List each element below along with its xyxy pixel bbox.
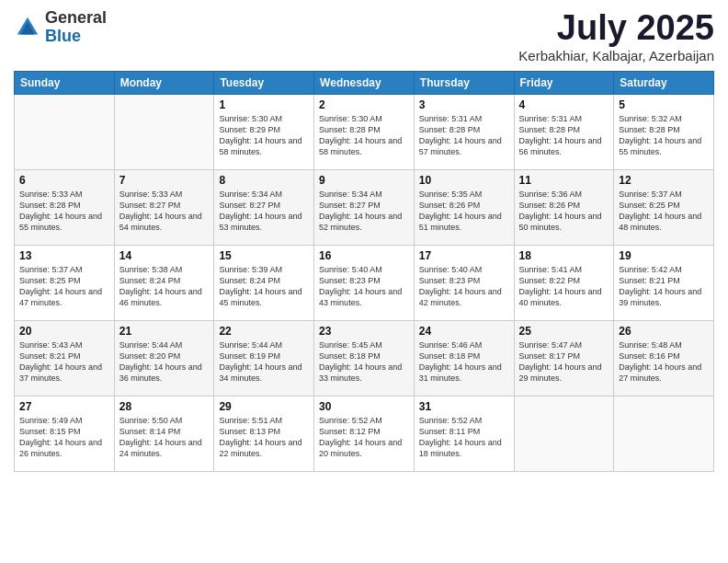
calendar-body: 1Sunrise: 5:30 AMSunset: 8:29 PMDaylight… [15, 94, 714, 471]
sunrise-text: Sunrise: 5:41 AM [519, 264, 609, 275]
day-info: Sunrise: 5:48 AMSunset: 8:16 PMDaylight:… [619, 339, 709, 385]
daylight-text: Daylight: 14 hours and 24 minutes. [119, 437, 210, 459]
day-number: 10 [419, 174, 509, 187]
calendar-cell [15, 94, 115, 169]
week-row-3: 13Sunrise: 5:37 AMSunset: 8:25 PMDayligh… [15, 245, 714, 320]
day-number: 28 [119, 400, 210, 413]
day-number: 26 [619, 325, 709, 338]
day-number: 25 [519, 325, 609, 338]
sunset-text: Sunset: 8:28 PM [19, 200, 109, 211]
day-number: 12 [619, 174, 709, 187]
daylight-text: Daylight: 14 hours and 47 minutes. [19, 286, 109, 308]
sunrise-text: Sunrise: 5:42 AM [619, 264, 709, 275]
day-info: Sunrise: 5:47 AMSunset: 8:17 PMDaylight:… [519, 339, 609, 385]
calendar-table: SundayMondayTuesdayWednesdayThursdayFrid… [14, 71, 714, 472]
daylight-text: Daylight: 14 hours and 27 minutes. [619, 362, 709, 384]
sunset-text: Sunset: 8:20 PM [119, 350, 210, 362]
header-tuesday: Tuesday [214, 71, 314, 94]
day-info: Sunrise: 5:51 AMSunset: 8:13 PMDaylight:… [219, 415, 309, 460]
sunrise-text: Sunrise: 5:44 AM [219, 339, 309, 350]
daylight-text: Daylight: 14 hours and 22 minutes. [219, 437, 309, 459]
day-info: Sunrise: 5:41 AMSunset: 8:22 PMDaylight:… [519, 264, 609, 309]
daylight-text: Daylight: 14 hours and 26 minutes. [19, 437, 109, 459]
sunset-text: Sunset: 8:22 PM [519, 275, 609, 286]
day-number: 4 [519, 98, 609, 111]
day-number: 29 [219, 400, 309, 413]
calendar-cell: 18Sunrise: 5:41 AMSunset: 8:22 PMDayligh… [514, 245, 614, 320]
day-number: 15 [219, 249, 309, 262]
logo-text: General Blue [45, 9, 107, 46]
sunrise-text: Sunrise: 5:31 AM [519, 113, 609, 124]
sunset-text: Sunset: 8:27 PM [319, 200, 409, 211]
header-saturday: Saturday [614, 71, 714, 94]
day-info: Sunrise: 5:44 AMSunset: 8:19 PMDaylight:… [219, 339, 309, 385]
sunrise-text: Sunrise: 5:46 AM [419, 339, 509, 350]
day-number: 24 [419, 325, 509, 338]
day-number: 8 [219, 174, 309, 187]
sunset-text: Sunset: 8:15 PM [19, 426, 109, 437]
sunset-text: Sunset: 8:11 PM [419, 426, 509, 437]
sunset-text: Sunset: 8:12 PM [319, 426, 409, 437]
daylight-text: Daylight: 14 hours and 18 minutes. [419, 437, 509, 459]
calendar-cell: 12Sunrise: 5:37 AMSunset: 8:25 PMDayligh… [614, 169, 714, 245]
day-info: Sunrise: 5:38 AMSunset: 8:24 PMDaylight:… [119, 264, 210, 309]
daylight-text: Daylight: 14 hours and 51 minutes. [419, 211, 509, 233]
calendar-cell: 7Sunrise: 5:33 AMSunset: 8:27 PMDaylight… [114, 169, 214, 245]
calendar-cell: 28Sunrise: 5:50 AMSunset: 8:14 PMDayligh… [114, 396, 214, 471]
sunrise-text: Sunrise: 5:34 AM [219, 189, 309, 200]
sunrise-text: Sunrise: 5:38 AM [119, 264, 210, 275]
daylight-text: Daylight: 14 hours and 42 minutes. [419, 286, 509, 308]
calendar-cell: 29Sunrise: 5:51 AMSunset: 8:13 PMDayligh… [214, 396, 314, 471]
calendar-cell [614, 396, 714, 471]
daylight-text: Daylight: 14 hours and 53 minutes. [219, 211, 309, 233]
daylight-text: Daylight: 14 hours and 39 minutes. [619, 286, 709, 308]
sunset-text: Sunset: 8:16 PM [619, 350, 709, 362]
sunrise-text: Sunrise: 5:47 AM [519, 339, 609, 350]
sunset-text: Sunset: 8:23 PM [319, 275, 409, 286]
sunset-text: Sunset: 8:27 PM [219, 200, 309, 211]
sunrise-text: Sunrise: 5:50 AM [119, 415, 210, 426]
daylight-text: Daylight: 14 hours and 55 minutes. [619, 135, 709, 157]
day-info: Sunrise: 5:49 AMSunset: 8:15 PMDaylight:… [19, 415, 109, 460]
day-info: Sunrise: 5:30 AMSunset: 8:29 PMDaylight:… [219, 113, 309, 158]
sunrise-text: Sunrise: 5:30 AM [319, 113, 409, 124]
day-info: Sunrise: 5:36 AMSunset: 8:26 PMDaylight:… [519, 189, 609, 234]
sunset-text: Sunset: 8:28 PM [519, 124, 609, 135]
calendar-cell: 21Sunrise: 5:44 AMSunset: 8:20 PMDayligh… [114, 320, 214, 396]
sunset-text: Sunset: 8:17 PM [519, 350, 609, 362]
calendar-cell: 4Sunrise: 5:31 AMSunset: 8:28 PMDaylight… [514, 94, 614, 169]
calendar-cell: 27Sunrise: 5:49 AMSunset: 8:15 PMDayligh… [15, 396, 115, 471]
sunset-text: Sunset: 8:13 PM [219, 426, 309, 437]
header-row: SundayMondayTuesdayWednesdayThursdayFrid… [15, 71, 714, 94]
title-block: July 2025 Kerbakhiar, Kalbajar, Azerbaij… [518, 9, 714, 63]
day-number: 27 [19, 400, 109, 413]
daylight-text: Daylight: 14 hours and 20 minutes. [319, 437, 409, 459]
calendar-cell: 1Sunrise: 5:30 AMSunset: 8:29 PMDaylight… [214, 94, 314, 169]
calendar-cell: 31Sunrise: 5:52 AMSunset: 8:11 PMDayligh… [414, 396, 514, 471]
day-info: Sunrise: 5:40 AMSunset: 8:23 PMDaylight:… [319, 264, 409, 309]
sunrise-text: Sunrise: 5:33 AM [119, 189, 210, 200]
sunrise-text: Sunrise: 5:40 AM [419, 264, 509, 275]
day-number: 5 [619, 98, 709, 111]
daylight-text: Daylight: 14 hours and 36 minutes. [119, 362, 210, 384]
calendar-cell: 8Sunrise: 5:34 AMSunset: 8:27 PMDaylight… [214, 169, 314, 245]
calendar-cell: 19Sunrise: 5:42 AMSunset: 8:21 PMDayligh… [614, 245, 714, 320]
calendar-cell: 2Sunrise: 5:30 AMSunset: 8:28 PMDaylight… [314, 94, 415, 169]
daylight-text: Daylight: 14 hours and 55 minutes. [19, 211, 109, 233]
sunrise-text: Sunrise: 5:33 AM [19, 189, 109, 200]
daylight-text: Daylight: 14 hours and 58 minutes. [219, 135, 309, 157]
day-info: Sunrise: 5:37 AMSunset: 8:25 PMDaylight:… [19, 264, 109, 309]
sunrise-text: Sunrise: 5:36 AM [519, 189, 609, 200]
daylight-text: Daylight: 14 hours and 48 minutes. [619, 211, 709, 233]
daylight-text: Daylight: 14 hours and 57 minutes. [419, 135, 509, 157]
day-number: 1 [219, 98, 309, 111]
day-number: 14 [119, 249, 210, 262]
day-number: 6 [19, 174, 109, 187]
sunset-text: Sunset: 8:28 PM [319, 124, 409, 135]
day-info: Sunrise: 5:42 AMSunset: 8:21 PMDaylight:… [619, 264, 709, 309]
day-info: Sunrise: 5:44 AMSunset: 8:20 PMDaylight:… [119, 339, 210, 385]
calendar-header: SundayMondayTuesdayWednesdayThursdayFrid… [15, 71, 714, 94]
sunset-text: Sunset: 8:24 PM [219, 275, 309, 286]
day-number: 31 [419, 400, 509, 413]
sunrise-text: Sunrise: 5:39 AM [219, 264, 309, 275]
